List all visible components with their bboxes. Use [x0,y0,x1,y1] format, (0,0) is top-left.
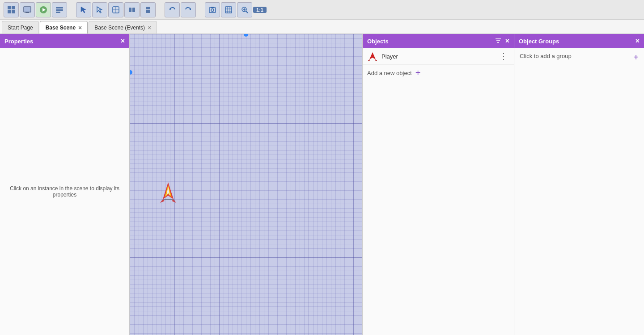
svg-rect-8 [56,7,63,8]
layout-h-btn[interactable] [124,2,140,17]
grid-btn[interactable] [221,2,236,17]
add-object-row[interactable]: Add a new object + [363,65,514,81]
objects-panel: Objects × [362,34,514,335]
player-menu-btn[interactable]: ⋮ [498,51,509,61]
svg-rect-5 [25,12,29,13]
scene-canvas[interactable] [130,34,362,335]
home-icon[interactable] [4,2,19,17]
tab-base-scene-close[interactable]: × [78,25,82,31]
tab-base-scene[interactable]: Base Scene × [40,21,88,34]
filter-icon[interactable] [495,37,502,46]
svg-point-23 [211,8,214,11]
object-groups-content[interactable]: Click to add a group + [514,48,644,335]
tab-base-scene-label: Base Scene [46,25,76,31]
edit-btn[interactable] [108,2,123,17]
object-groups-title: Object Groups [519,38,559,45]
svg-marker-45 [375,59,377,61]
svg-rect-0 [8,6,11,9]
svg-marker-38 [160,199,165,203]
edit-tools [76,2,156,17]
screenshot-btn[interactable] [205,2,220,17]
zoom-btn[interactable] [237,2,252,17]
properties-placeholder: Click on an instance in the scene to dis… [5,185,124,198]
svg-rect-9 [56,9,63,11]
history-tools [165,2,196,17]
toolbar: 1:1 [0,0,644,20]
objects-header-actions: × [495,37,509,46]
redo-btn[interactable] [181,2,196,17]
canvas-area[interactable] [130,34,362,335]
object-row-player[interactable]: Player ⋮ [363,48,514,65]
tab-base-scene-events[interactable]: Base Scene (Events) × [89,21,157,34]
hline-1 [130,128,362,128]
tabs-bar: Start Page Base Scene × Base Scene (Even… [0,20,644,34]
undo-btn[interactable] [165,2,180,17]
main-layout: Properties × Click on an instance in the… [0,34,644,335]
svg-rect-16 [129,8,131,12]
scene-btn[interactable] [20,2,35,17]
player-icon [367,51,378,62]
hline-2 [130,253,362,253]
add-group-btn[interactable]: + [633,53,639,62]
canvas-handle-left[interactable] [130,70,132,75]
svg-marker-21 [189,8,191,10]
objects-content: Player ⋮ Add a new object + [363,48,514,335]
add-group-label[interactable]: Click to add a group [520,53,630,59]
svg-rect-24 [211,7,214,8]
add-object-label: Add a new object [367,70,412,76]
svg-rect-25 [225,7,232,13]
tab-start-page-label: Start Page [8,25,33,31]
tab-start-page[interactable]: Start Page [2,21,39,34]
svg-rect-2 [8,10,11,13]
svg-marker-44 [368,59,370,61]
properties-panel: Properties × Click on an instance in the… [0,34,130,335]
object-groups-header: Object Groups × [514,34,644,48]
canvas-handle-top[interactable] [244,34,248,37]
objects-header: Objects × [363,34,514,48]
properties-content: Click on an instance in the scene to dis… [0,48,129,335]
player-name: Player [381,53,494,60]
view-tools: 1:1 [205,2,267,17]
object-groups-panel: Object Groups × Click to add a group + [514,34,644,335]
file-tools [4,2,67,17]
svg-marker-11 [81,7,86,13]
svg-marker-43 [369,52,376,59]
select-tool-btn[interactable] [76,2,91,17]
svg-marker-20 [169,8,171,10]
arrow-tool-btn[interactable] [92,2,107,17]
properties-title: Properties [4,38,33,45]
properties-header: Properties × [0,34,129,48]
svg-rect-10 [56,12,60,13]
svg-line-31 [246,11,248,13]
object-groups-close-btn[interactable]: × [636,38,640,45]
properties-header-actions: × [121,38,125,45]
svg-rect-3 [12,10,15,13]
svg-rect-17 [132,8,135,12]
svg-marker-12 [97,7,102,13]
svg-rect-18 [146,7,150,9]
tab-base-scene-events-label: Base Scene (Events) [94,25,145,31]
zoom-ratio: 1:1 [253,7,267,13]
svg-rect-4 [24,7,31,12]
play-btn[interactable] [36,2,51,17]
svg-rect-1 [12,6,15,9]
events-btn[interactable] [52,2,67,17]
player-sprite[interactable] [160,181,176,204]
objects-title: Objects [367,38,389,45]
svg-marker-39 [172,199,176,203]
add-object-btn[interactable]: + [415,68,421,77]
svg-rect-19 [146,10,150,13]
layout-v-btn[interactable] [140,2,156,17]
properties-close-btn[interactable]: × [121,38,125,45]
objects-close-btn[interactable]: × [505,38,509,45]
svg-rect-22 [209,8,216,13]
tab-base-scene-events-close[interactable]: × [148,25,151,31]
